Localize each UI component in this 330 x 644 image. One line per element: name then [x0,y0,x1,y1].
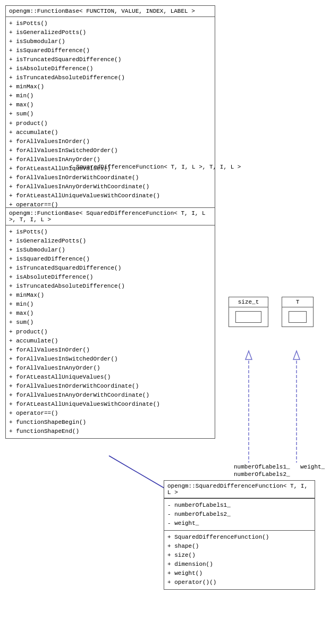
bottom-squared-diff-box: opengm::SquaredDifferenceFunction< T, I,… [164,480,315,590]
top-function-base-box: opengm::FunctionBase< FUNCTION, VALUE, I… [5,5,215,230]
top-box-method: + forAllValuesInOrderWithCoordinate() [9,173,211,182]
bottom-box-method: + SquaredDifferenceFunction() [167,533,311,542]
middle-box-method: + forAllValuesInOrderWithCoordinate() [9,382,211,391]
bottom-box-attribute: - numberOfLabels1_ [167,501,311,510]
middle-box-title: opengm::FunctionBase< SquaredDifferenceF… [9,210,206,223]
middle-box-header: opengm::FunctionBase< SquaredDifferenceF… [6,208,215,225]
size-t-box: size_t [229,297,268,327]
middle-box-method: + forAtLeastAllUniqueValuesWithCoordinat… [9,400,211,409]
bottom-box-attribute: - weight_ [167,519,311,528]
top-box-title: opengm::FunctionBase< FUNCTION, VALUE, I… [9,8,195,14]
middle-function-base-box: opengm::FunctionBase< SquaredDifferenceF… [5,207,215,439]
top-box-method: + max() [9,101,211,110]
middle-box-method: + min() [9,300,211,309]
diagram-container: opengm::FunctionBase< FUNCTION, VALUE, I… [0,0,330,644]
middle-box-method: + functionShapeBegin() [9,418,211,427]
top-box-method: + forAllValuesInAnyOrderWithCoordinate() [9,182,211,191]
top-box-method: + isTruncatedAbsoluteDifference() [9,73,211,82]
t-box: T [282,297,314,327]
middle-box-method: + isGeneralizedPotts() [9,237,211,246]
top-box-method: + forAllValuesInAnyOrder() [9,155,211,164]
middle-box-method: + product() [9,328,211,337]
middle-box-method: + forAtLeastAllUniqueValues() [9,373,211,382]
top-box-method: + sum() [9,110,211,119]
middle-box-method: + forAllValuesInAnyOrder() [9,364,211,373]
middle-box-method: + isTruncatedSquaredDifference() [9,264,211,273]
middle-box-method: + isSubmodular() [9,246,211,255]
size-t-body [229,307,268,327]
number-of-labels2-label: numberOfLabels2_ [234,471,290,478]
top-box-method: + isPotts() [9,19,211,28]
middle-arrow-label: < SquaredDifferenceFunction< T, I, L >, … [69,164,241,170]
bottom-box-attributes: - numberOfLabels1_- numberOfLabels2_- we… [164,498,315,530]
middle-box-method: + minMax() [9,291,211,300]
bottom-box-title: opengm::SquaredDifferenceFunction< T, I,… [167,483,308,496]
middle-box-method: + max() [9,309,211,318]
top-box-method: + forAllValuesInSwitchedOrder() [9,146,211,155]
middle-box-method: + forAllValuesInOrder() [9,346,211,355]
middle-box-method: + sum() [9,318,211,327]
top-box-method: + isTruncatedSquaredDifference() [9,55,211,64]
top-box-method: + minMax() [9,82,211,91]
t-body [282,307,313,327]
t-header: T [282,297,313,307]
middle-box-method: + isPotts() [9,228,211,237]
bottom-box-method: + weight() [167,569,311,578]
number-of-labels1-label: numberOfLabels1_ [234,464,290,470]
bottom-box-method: + dimension() [167,560,311,569]
middle-box-method: + isSquaredDifference() [9,255,211,264]
top-box-method: + accumulate() [9,128,211,137]
top-box-method: + isSquaredDifference() [9,46,211,55]
top-box-method: + isGeneralizedPotts() [9,28,211,37]
top-box-method: + product() [9,119,211,128]
middle-box-method: + forAllValuesInSwitchedOrder() [9,355,211,364]
weight-label: weight_ [300,464,325,470]
bottom-box-method: + operator()() [167,578,311,587]
middle-box-method: + operator==() [9,409,211,418]
top-box-method: + isSubmodular() [9,37,211,46]
svg-marker-3 [246,351,252,359]
svg-marker-5 [293,351,300,359]
top-box-header: opengm::FunctionBase< FUNCTION, VALUE, I… [6,6,215,17]
middle-box-method: + isTruncatedAbsoluteDifference() [9,282,211,291]
top-box-method: + forAtLeastAllUniqueValuesWithCoordinat… [9,191,211,200]
middle-box-method: + isAbsoluteDifference() [9,273,211,282]
middle-box-method: + accumulate() [9,337,211,346]
bottom-box-methods: + SquaredDifferenceFunction()+ shape()+ … [164,530,315,589]
top-box-method: + min() [9,91,211,101]
bottom-box-attribute: - numberOfLabels2_ [167,510,311,519]
middle-box-body: + isPotts()+ isGeneralizedPotts()+ isSub… [6,225,215,438]
top-box-method: + isAbsoluteDifference() [9,64,211,73]
middle-box-method: + forAllValuesInAnyOrderWithCoordinate() [9,391,211,400]
bottom-box-method: + size() [167,551,311,560]
top-box-method: + forAllValuesInOrder() [9,137,211,146]
bottom-box-method: + shape() [167,542,311,551]
top-box-body: + isPotts()+ isGeneralizedPotts()+ isSub… [6,17,215,230]
size-t-header: size_t [229,297,268,307]
middle-box-method: + functionShapeEnd() [9,427,211,436]
bottom-box-header: opengm::SquaredDifferenceFunction< T, I,… [164,481,315,498]
